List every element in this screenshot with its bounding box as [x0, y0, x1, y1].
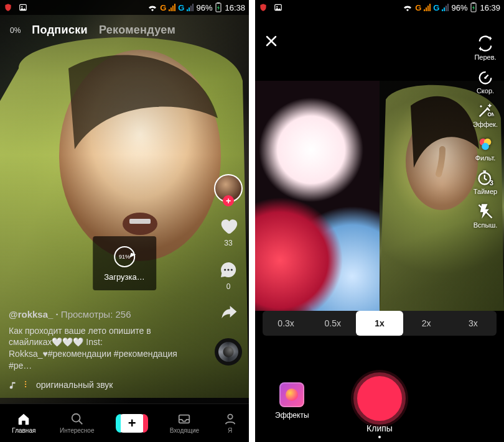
tool-beauty-label: Эффек.: [473, 121, 498, 128]
like-button[interactable]: 33: [218, 215, 239, 247]
feed-screen: G G 96% 16:38 0% Подписки Рекомендуем 91…: [0, 0, 249, 442]
tab-me[interactable]: Я: [223, 412, 237, 434]
shield-icon: [4, 3, 12, 12]
svg-point-9: [231, 269, 233, 270]
tool-timer[interactable]: 3 Таймер: [470, 169, 500, 195]
author-username[interactable]: @rokksa_: [9, 309, 53, 320]
network-1-label: G: [415, 3, 421, 12]
shield-icon: [259, 3, 268, 12]
tab-for-you[interactable]: Рекомендуем: [99, 24, 175, 37]
svg-point-1: [123, 213, 157, 235]
views-label: Просмотры: 256: [61, 309, 131, 320]
video-meta: @rokksa_ · Просмотры: 256 Как проходит в…: [9, 308, 193, 391]
network-2-label: G: [178, 3, 184, 12]
close-button[interactable]: [264, 34, 279, 51]
svg-point-8: [227, 269, 229, 270]
bottom-tabbar: Главная Интересное + Входящие Я: [0, 403, 249, 442]
tool-speed-label: Скор.: [477, 87, 494, 94]
comment-icon: [218, 260, 238, 280]
flash-off-icon: [477, 203, 494, 220]
live-percentage[interactable]: 0%: [10, 26, 21, 35]
home-icon: [17, 412, 30, 426]
svg-point-22: [482, 143, 489, 150]
tool-filters-label: Фильт.: [475, 154, 496, 162]
tool-filters[interactable]: Фильт.: [470, 136, 500, 162]
svg-rect-16: [472, 2, 475, 4]
svg-point-14: [276, 6, 278, 7]
loading-overlay: 91% Загрузка…: [93, 236, 156, 290]
speed-0.3x[interactable]: 0.3x: [263, 311, 309, 336]
camera-screen: G G 96% 16:39 Перев. Скор.: [255, 0, 504, 442]
tool-beauty[interactable]: ON Эффек.: [470, 102, 500, 128]
duet-pane-left[interactable]: [255, 81, 380, 311]
equalizer-icon: ⠇: [24, 379, 30, 391]
tab-inbox[interactable]: Входящие: [170, 412, 199, 434]
network-2-label: G: [433, 3, 439, 12]
bottom-controls: [255, 372, 504, 425]
status-bar: G G 96% 16:38: [0, 0, 249, 15]
signal-2-icon: [442, 4, 449, 11]
loading-ring-icon: 91%: [114, 246, 135, 267]
tab-inbox-label: Входящие: [170, 427, 199, 434]
sound-row[interactable]: ⠇ оригинальный звук: [9, 379, 193, 391]
close-icon: [264, 34, 279, 48]
svg-point-18: [484, 76, 487, 79]
svg-point-7: [224, 269, 226, 270]
create-button[interactable]: +: [118, 414, 146, 433]
tab-discover[interactable]: Интересное: [60, 412, 95, 434]
person-icon: [223, 412, 237, 426]
comment-button[interactable]: 0: [218, 260, 238, 291]
network-1-label: G: [160, 3, 166, 12]
battery-pct: 96%: [451, 3, 467, 12]
battery-icon: [470, 2, 477, 12]
magic-wand-icon: ON: [477, 102, 494, 119]
sound-disc[interactable]: [215, 338, 242, 366]
share-icon: [218, 303, 238, 323]
action-rail: 33 0: [214, 174, 243, 366]
record-mode[interactable]: Клипы: [255, 423, 504, 438]
tab-home-label: Главная: [12, 427, 35, 434]
tool-flip[interactable]: Перев.: [470, 35, 500, 61]
loading-pct: 91%: [119, 254, 130, 260]
share-button[interactable]: [218, 303, 238, 326]
record-button[interactable]: [353, 372, 406, 425]
tab-discover-label: Интересное: [60, 427, 95, 434]
svg-point-4: [21, 6, 22, 7]
clock: 16:38: [225, 3, 245, 12]
svg-point-25: [406, 113, 478, 210]
tab-following[interactable]: Подписки: [32, 24, 88, 37]
music-note-icon: [9, 381, 17, 390]
tool-flash-label: Вспыш.: [474, 221, 498, 229]
like-count: 33: [224, 239, 232, 247]
battery-pct: 96%: [196, 3, 212, 12]
speed-2x[interactable]: 2x: [403, 311, 450, 336]
heart-icon: [218, 215, 239, 236]
tab-me-label: Я: [228, 427, 232, 434]
clock: 16:39: [480, 3, 500, 12]
loading-label: Загрузка…: [104, 272, 145, 282]
speed-0.5x[interactable]: 0.5x: [309, 311, 356, 336]
record-mode-label: Клипы: [366, 423, 393, 433]
inbox-icon: [177, 412, 191, 426]
caption[interactable]: Как проходит ваше лето опишите в смайлик…: [9, 325, 193, 372]
svg-rect-2: [129, 219, 151, 224]
camera-tool-rail: Перев. Скор. ON Эффек. Фильт. 3 Таймер В…: [470, 35, 500, 229]
comment-count: 0: [226, 282, 231, 291]
tool-speed[interactable]: Скор.: [470, 68, 500, 94]
search-icon: [70, 412, 84, 426]
svg-text:ON: ON: [488, 112, 495, 117]
mode-indicator-dot: [378, 436, 381, 438]
plus-icon: +: [128, 415, 136, 431]
tool-flash[interactable]: Вспыш.: [470, 203, 500, 229]
tab-home[interactable]: Главная: [12, 412, 35, 434]
speed-icon: [477, 68, 494, 86]
signal-2-icon: [187, 4, 194, 11]
signal-1-icon: [169, 4, 175, 11]
sound-title: оригинальный звук: [36, 379, 113, 391]
tool-flip-label: Перев.: [474, 53, 496, 61]
speed-1x[interactable]: 1x: [356, 311, 403, 336]
svg-text:3: 3: [490, 179, 493, 186]
speed-3x[interactable]: 3x: [450, 311, 497, 336]
author-avatar[interactable]: [214, 174, 243, 203]
filters-icon: [477, 136, 494, 153]
